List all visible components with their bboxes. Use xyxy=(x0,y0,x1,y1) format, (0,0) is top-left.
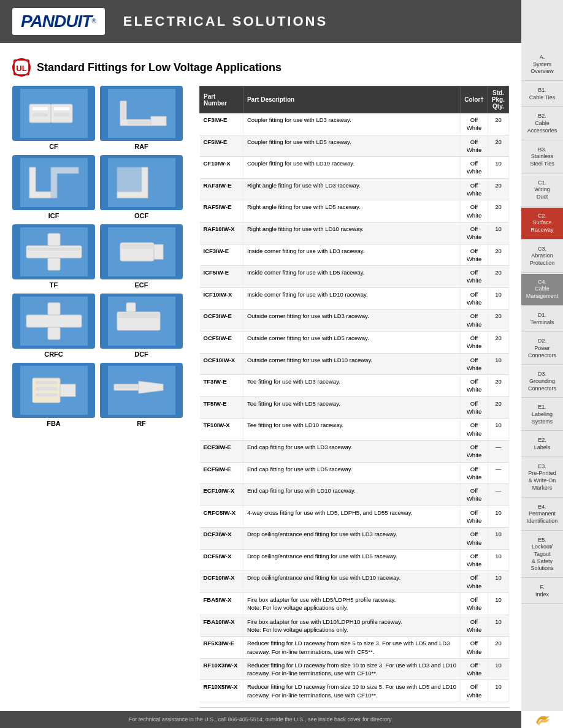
table-cell-description: End cap fitting for use with LD5 raceway… xyxy=(243,462,460,484)
table-cell-description: Right angle fitting for use with LD10 ra… xyxy=(243,222,460,244)
table-cell-color: OffWhite xyxy=(461,396,488,419)
table-cell-qty: 10 xyxy=(488,222,508,244)
table-cell-color: OffWhite xyxy=(461,200,488,222)
sidebar-item-cable-accessories[interactable]: B2.CableAccessories xyxy=(521,108,563,140)
table-row: CF3IW-ECoupler fitting for use with LD3 … xyxy=(200,113,509,135)
sidebar-item-permanent-id[interactable]: E4.PermanentIdentification xyxy=(521,499,563,531)
table-cell-description: End cap fitting for use with LD10 racewa… xyxy=(243,484,460,506)
svg-rect-19 xyxy=(28,248,80,251)
svg-rect-30 xyxy=(126,303,136,312)
table-cell-color: OffWhite xyxy=(461,462,488,484)
fba-label: FBA xyxy=(47,420,61,427)
sidebar-item-cable-management[interactable]: C4.CableManagement xyxy=(521,274,563,306)
sidebar-item-wiring-duct[interactable]: C1.WiringDuct xyxy=(521,175,563,207)
table-cell-description: Tee fitting for use with LD5 raceway. xyxy=(243,396,460,419)
table-row: ICF5IW-EInside corner fitting for use wi… xyxy=(200,266,509,288)
table-row: TF10IW-XTee fitting for use with LD10 ra… xyxy=(200,419,509,441)
table-cell-part-number: RAF5IW-E xyxy=(200,200,243,222)
dcf-image-box xyxy=(100,294,183,349)
table-row: ECF10IW-XEnd cap fitting for use with LD… xyxy=(200,484,509,506)
sidebar-item-labeling-systems[interactable]: E1.LabelingSystems xyxy=(521,399,563,431)
table-cell-part-number: RF5X3IW-E xyxy=(200,637,243,659)
sidebar-item-system-overview[interactable]: A.SystemOverview xyxy=(521,49,563,81)
svg-rect-23 xyxy=(121,244,154,249)
table-cell-description: Drop ceiling/entrance end fitting for us… xyxy=(243,528,460,550)
table-cell-qty: — xyxy=(488,462,508,484)
table-cell-qty: 10 xyxy=(488,506,508,528)
dcf-label: DCF xyxy=(134,351,148,358)
table-cell-qty: 20 xyxy=(488,375,508,397)
table-cell-description: Coupler fitting for use with LD10 racewa… xyxy=(243,157,460,179)
table-cell-qty: 20 xyxy=(488,178,508,200)
image-row-5: FBA RF xyxy=(12,363,190,427)
raf-label: RAF xyxy=(134,143,148,150)
table-row: RF5X3IW-EReducer fitting for LD raceway … xyxy=(200,637,509,659)
table-cell-description: Right angle fitting for use with LD3 rac… xyxy=(243,178,460,200)
sidebar-item-power-connectors[interactable]: D2.PowerConnectors xyxy=(521,333,563,365)
table-cell-part-number: CF10IW-X xyxy=(200,157,243,179)
table-cell-qty: — xyxy=(488,484,508,506)
table-row: DCF5IW-XDrop ceiling/entrance end fittin… xyxy=(200,549,509,571)
product-table-wrapper: Part Number Part Description Color† Std.… xyxy=(199,86,509,716)
icf-pair: ICF xyxy=(12,155,95,219)
sidebar-item-terminals[interactable]: D1.Terminals xyxy=(521,307,563,332)
tf-label: TF xyxy=(50,281,58,289)
table-cell-qty: 20 xyxy=(488,331,508,353)
sidebar-item-surface-raceway[interactable]: C2.SurfaceRaceway xyxy=(521,208,563,240)
table-cell-color: OffWhite xyxy=(461,309,488,332)
bottom-bar: For technical assistance in the U.S., ca… xyxy=(0,711,521,728)
table-cell-color: OffWhite xyxy=(461,549,488,571)
svg-rect-35 xyxy=(36,381,57,384)
table-cell-color: OffWhite xyxy=(461,178,488,200)
fba-image-box xyxy=(12,363,95,418)
table-cell-color: OffWhite xyxy=(461,680,488,702)
table-cell-description: Tee fitting for use with LD10 raceway. xyxy=(243,419,460,441)
table-cell-part-number: ECF10IW-X xyxy=(200,484,243,506)
table-cell-color: OffWhite xyxy=(461,331,488,353)
table-cell-qty: 10 xyxy=(488,157,508,179)
svg-rect-25 xyxy=(26,315,82,327)
table-row: ICF10IW-XInside corner fitting for use w… xyxy=(200,287,509,309)
rf-image-box xyxy=(100,363,183,418)
sidebar-item-abrasion-protection[interactable]: C3.AbrasionProtection xyxy=(521,241,563,273)
table-cell-description: Outside corner fitting for use with LD5 … xyxy=(243,331,460,353)
table-cell-description: 4-way cross fitting for use with LD5, LD… xyxy=(243,506,460,528)
table-cell-qty: 10 xyxy=(488,528,508,550)
table-cell-qty: 10 xyxy=(488,549,508,571)
images-grid: CF RAF xyxy=(12,86,190,716)
svg-rect-12 xyxy=(128,121,151,124)
ecf-label: ECF xyxy=(135,281,148,289)
logo-box: PANDUIT® xyxy=(12,8,105,35)
table-row: RAF10IW-XRight angle fitting for use wit… xyxy=(200,222,509,244)
table-row: RAF3IW-ERight angle fitting for use with… xyxy=(200,178,509,200)
sidebar-item-index[interactable]: F.Index xyxy=(521,579,563,604)
crfc-label: CRFC xyxy=(44,351,63,358)
table-cell-qty: 10 xyxy=(488,593,508,615)
dcf-pair: DCF xyxy=(100,294,183,358)
table-cell-description: Tee fitting for use with LD3 raceway. xyxy=(243,375,460,397)
sidebar-item-grounding-connectors[interactable]: D3.GroundingConnectors xyxy=(521,366,563,398)
table-cell-part-number: FBA5IW-X xyxy=(200,593,243,615)
table-cell-color: OffWhite xyxy=(461,637,488,659)
sidebar-item-labels[interactable]: E2.Labels xyxy=(521,432,563,457)
svg-rect-7 xyxy=(33,113,48,116)
svg-rect-31 xyxy=(118,313,159,318)
table-cell-qty: 20 xyxy=(488,244,508,266)
svg-rect-5 xyxy=(33,107,48,110)
table-cell-description: Drop ceiling/entrance end fitting for us… xyxy=(243,571,460,593)
table-cell-part-number: DCF3IW-X xyxy=(200,528,243,550)
sidebar-item-lockout[interactable]: E5.Lockout/Tagout& SafetySolutions xyxy=(521,532,563,578)
table-cell-color: OffWhite xyxy=(461,615,488,637)
ecf-pair: ECF xyxy=(100,224,183,289)
page-title: Standard Fittings for Low Voltage Applic… xyxy=(37,61,282,74)
table-cell-part-number: TF10IW-X xyxy=(200,419,243,441)
sidebar-item-cable-ties[interactable]: B1.Cable Ties xyxy=(521,82,563,107)
svg-rect-10 xyxy=(151,116,166,126)
table-row: FBA10IW-XFire box adapter for use with L… xyxy=(200,615,509,637)
svg-rect-34 xyxy=(60,384,75,396)
sidebar-item-pre-printed[interactable]: E3.Pre-Printed& Write-OnMarkers xyxy=(521,458,563,498)
sidebar-item-stainless-steel-ties[interactable]: B3.StainlessSteel Ties xyxy=(521,142,563,173)
table-cell-description: Inside corner fitting for use with LD5 r… xyxy=(243,266,460,288)
image-row-4: CRFC DCF xyxy=(12,294,190,358)
table-cell-qty: 10 xyxy=(488,353,508,375)
